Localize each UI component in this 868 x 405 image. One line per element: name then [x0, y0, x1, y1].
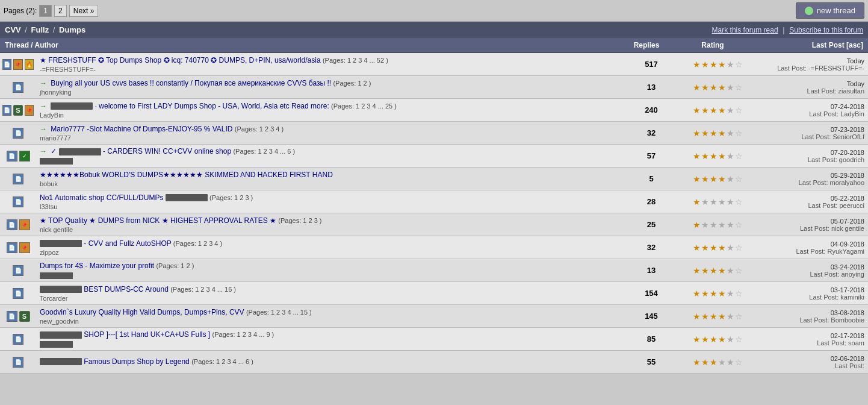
thread-rating[interactable]: ★★★★★ ☆ [675, 263, 760, 278]
thread-title-link[interactable]: Buying all your US cvvs bases !! constan… [49, 79, 331, 87]
next-page-button[interactable]: Next » [69, 5, 99, 17]
star-filled: ★ [701, 243, 709, 253]
thread-title-link[interactable]: ✓ - CARDERS WIN! CC+CVV online shop [49, 147, 231, 155]
page-2-button[interactable]: 2 [54, 5, 67, 17]
thread-rating[interactable]: ★★★★★ ☆ [675, 240, 760, 255]
star-empty: ★ [727, 105, 734, 115]
thread-rating[interactable]: ★★★★★ ☆ [675, 103, 760, 118]
star-filled: ★ [693, 151, 701, 161]
thread-rating[interactable]: ★★★★★ ☆ [675, 286, 760, 301]
table-row: 📄 BEST DUMPS-CC Around (Pages: 1 2 3 4 .… [0, 282, 868, 305]
rate-icon[interactable]: ☆ [735, 220, 743, 230]
thread-title-link[interactable]: BEST DUMPS-CC Around [40, 285, 169, 294]
lastpost-author: Last Post: goodrich [763, 156, 864, 163]
thread-title-link[interactable]: No1 Automatic shop CC/FULL/DUMPs [40, 193, 208, 202]
star-empty: ★ [727, 334, 734, 344]
thread-title-link[interactable]: ★ FRESHSTUFF ✪ Top Dumps Shop ✪ icq: 740… [40, 56, 321, 64]
rate-icon[interactable]: ☆ [735, 174, 743, 184]
thread-title-link[interactable]: SHOP ]---[ 1st Hand UK+CA+US Fulls ] [40, 330, 210, 339]
breadcrumb-cvv[interactable]: CVV [5, 25, 21, 34]
pagination: Pages (2): 1 2 Next » [4, 5, 98, 17]
breadcrumb-dumps[interactable]: Dumps [59, 25, 85, 34]
rate-icon[interactable]: ☆ [735, 266, 743, 275]
thread-title-link[interactable]: Famous Dumps Shop by Legend [40, 357, 190, 366]
rate-icon[interactable]: ☆ [735, 243, 743, 253]
thread-title-link[interactable]: · welcome to First LADY Dumps Shop - USA… [49, 102, 329, 110]
thread-title-link[interactable]: Goodvin`s Luxury Quality High Valid Dump… [40, 308, 244, 316]
thread-icon-pin: 📌 [25, 105, 34, 116]
thread-icon-group: 📄 [0, 125, 36, 141]
page-1-button[interactable]: 1 [39, 5, 52, 17]
star-empty: ★ [718, 197, 726, 207]
thread-icon-group: 📄 [0, 331, 36, 347]
rate-icon[interactable]: ☆ [735, 83, 743, 92]
thread-icon-paper: 📄 [13, 128, 23, 139]
star-filled: ★ [718, 334, 726, 344]
thread-icon-paper: 📄 [2, 105, 11, 116]
thread-rating[interactable]: ★★★★★ ☆ [675, 149, 760, 163]
lastpost-date: Today [763, 57, 864, 64]
thread-content: Dumps for 4$ - Maximize your profit (Pag… [36, 259, 627, 281]
star-empty: ★ [727, 312, 734, 321]
lastpost-date: 03-24-2018 [763, 263, 864, 271]
header-replies[interactable]: Replies [622, 41, 671, 49]
star-filled: ★ [693, 243, 701, 253]
thread-icon-paper: 📄 [13, 288, 23, 299]
subscribe-link[interactable]: Subscribe to this forum [789, 26, 863, 34]
breadcrumb-fullz[interactable]: Fullz [31, 25, 49, 34]
table-row: 📄 → Mario7777 -Slot Machine Of Dumps-ENJ… [0, 122, 868, 145]
thread-rating[interactable]: ★★★★★ ☆ [675, 195, 760, 209]
thread-rating[interactable]: ★★★★★ ☆ [675, 57, 760, 72]
thread-replies: 240 [627, 105, 675, 115]
star-filled: ★ [693, 220, 701, 230]
thread-content: Goodvin`s Luxury Quality High Valid Dump… [36, 306, 627, 327]
thread-title-link[interactable]: - CVV and Fullz AutoSHOP [40, 239, 172, 248]
thread-pages: (Pages: 1 2 ) [333, 80, 371, 87]
rate-icon[interactable]: ☆ [735, 357, 743, 367]
thread-rating[interactable]: ★★★★★ ☆ [675, 309, 760, 324]
star-filled: ★ [701, 105, 709, 115]
lastpost-author: Last Post: anoying [763, 271, 864, 278]
star-empty: ★ [701, 197, 709, 207]
lastpost-author: Last Post: SeniorOfLf [763, 133, 864, 140]
table-row: 📄✓ → ✓ - CARDERS WIN! CC+CVV online shop… [0, 145, 868, 168]
thread-rating[interactable]: ★★★★★ ☆ [675, 332, 760, 347]
rate-icon[interactable]: ☆ [735, 312, 743, 321]
star-filled: ★ [693, 197, 701, 207]
thread-lastpost: 07-20-2018 Last Post: goodrich [760, 146, 868, 166]
lastpost-author: Last Post: -=FRESHSTUFF=- [763, 64, 864, 72]
rate-icon[interactable]: ☆ [735, 105, 743, 115]
thread-rating[interactable]: ★★★★★ ☆ [675, 80, 760, 95]
thread-title-link[interactable]: Mario7777 -Slot Machine Of Dumps-ENJOY-9… [49, 125, 232, 133]
header-last-post[interactable]: Last Post [asc] [755, 41, 863, 49]
star-filled: ★ [710, 289, 718, 298]
thread-content: No1 Automatic shop CC/FULL/DUMPs (Pages:… [36, 191, 627, 213]
star-filled: ★ [718, 128, 726, 138]
thread-title-link[interactable]: Dumps for 4$ - Maximize your profit [40, 262, 154, 270]
rate-icon[interactable]: ☆ [735, 60, 743, 69]
thread-icon-paper: 📄 [13, 334, 23, 345]
mark-forum-read-link[interactable]: Mark this forum read [712, 26, 778, 34]
rate-icon[interactable]: ☆ [735, 151, 743, 161]
rate-icon[interactable]: ☆ [735, 197, 743, 207]
rate-icon[interactable]: ☆ [735, 289, 743, 298]
thread-rating[interactable]: ★★★★★ ☆ [675, 218, 760, 232]
thread-icon-group: 📄 [0, 263, 36, 278]
rate-icon[interactable]: ☆ [735, 334, 743, 344]
thread-title-link[interactable]: ★★★★★★Bobuk WORLD'S DUMPS★★★★★★ SKIMMED … [40, 171, 333, 179]
thread-arrow: → [40, 79, 47, 87]
thread-content: BEST DUMPS-CC Around (Pages: 1 2 3 4 ...… [36, 283, 627, 304]
thread-icon-pin: 📌 [13, 59, 22, 70]
new-thread-button[interactable]: new thread [796, 2, 864, 19]
thread-title-link[interactable]: ★ TOP Quality ★ DUMPS from NICK ★ HIGHES… [40, 216, 276, 225]
rate-icon[interactable]: ☆ [735, 128, 743, 138]
thread-author: mario7777 [40, 134, 624, 142]
star-filled: ★ [718, 151, 726, 161]
star-filled: ★ [718, 174, 726, 184]
thread-rating[interactable]: ★★★★★ ☆ [675, 172, 760, 186]
thread-icon-paper: 📄 [7, 311, 17, 322]
thread-rating[interactable]: ★★★★★ ☆ [675, 126, 760, 140]
thread-lastpost: Today Last Post: -=FRESHSTUFF=- [760, 55, 868, 74]
thread-rating[interactable]: ★★★★★ ☆ [675, 355, 760, 369]
thread-lastpost: 03-08-2018 Last Post: Bomboobie [760, 307, 868, 326]
